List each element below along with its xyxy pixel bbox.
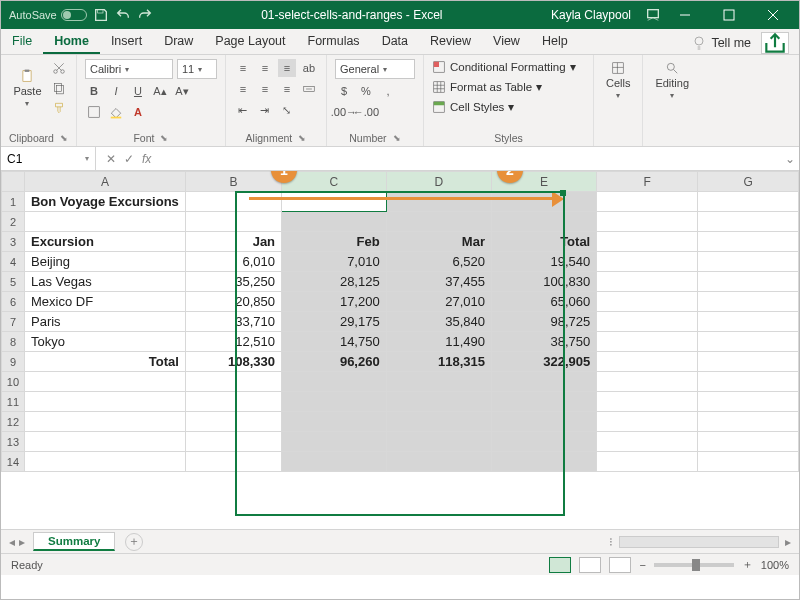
cell[interactable] [698,392,799,412]
page-break-view-button[interactable] [609,557,631,573]
enter-formula-icon[interactable]: ✓ [124,152,134,166]
undo-icon[interactable] [115,7,131,23]
cell[interactable]: 17,200 [282,292,387,312]
dialog-launcher-icon[interactable]: ⬊ [393,133,401,143]
cell[interactable] [386,412,491,432]
cell[interactable] [282,452,387,472]
tab-view[interactable]: View [482,28,531,54]
cell[interactable]: 12,510 [185,332,281,352]
comma-button[interactable]: , [379,82,397,100]
borders-button[interactable] [85,103,103,121]
tab-help[interactable]: Help [531,28,579,54]
cell[interactable] [491,412,596,432]
align-left-button[interactable]: ≡ [234,80,252,98]
cell[interactable] [24,412,185,432]
increase-decimal-button[interactable]: .00→ [335,103,353,121]
redo-icon[interactable] [137,7,153,23]
cell[interactable] [386,392,491,412]
merge-button[interactable] [300,80,318,98]
cell[interactable]: 14,750 [282,332,387,352]
dialog-launcher-icon[interactable]: ⬊ [60,133,68,143]
fill-color-button[interactable] [107,103,125,121]
cell[interactable] [491,192,596,212]
cell[interactable]: 20,850 [185,292,281,312]
row-header[interactable]: 6 [2,292,25,312]
cell[interactable] [597,412,698,432]
increase-indent-button[interactable]: ⇥ [256,101,274,119]
row-header[interactable]: 10 [2,372,25,392]
maximize-button[interactable] [709,1,749,29]
cell[interactable] [698,232,799,252]
cell[interactable] [597,232,698,252]
expand-formula-bar-icon[interactable]: ⌄ [785,152,799,166]
zoom-slider[interactable] [654,563,734,567]
cell[interactable]: 65,060 [491,292,596,312]
cell[interactable]: 35,840 [386,312,491,332]
font-size-combo[interactable]: 11▾ [177,59,217,79]
row-header[interactable]: 13 [2,432,25,452]
percent-button[interactable]: % [357,82,375,100]
cell[interactable]: 37,455 [386,272,491,292]
cell[interactable]: 38,750 [491,332,596,352]
share-button[interactable] [761,32,789,54]
scroll-right-icon[interactable]: ▸ [785,535,791,549]
cell[interactable] [597,252,698,272]
col-header[interactable]: F [597,172,698,192]
conditional-formatting-button[interactable]: Conditional Formatting▾ [432,59,576,75]
cell[interactable]: 98,725 [491,312,596,332]
tab-review[interactable]: Review [419,28,482,54]
ribbon-options-icon[interactable] [645,7,661,23]
cell[interactable] [491,372,596,392]
cell[interactable] [185,452,281,472]
cell[interactable]: Excursion [24,232,185,252]
cell[interactable] [491,212,596,232]
col-header[interactable]: C [282,172,387,192]
worksheet[interactable]: A B C D E F G 1Bon Voyage Excursions23Ex… [1,171,799,472]
cell[interactable] [698,252,799,272]
fx-icon[interactable]: fx [142,152,151,166]
cells-button[interactable]: Cells▾ [602,59,634,102]
cell[interactable] [597,312,698,332]
decrease-indent-button[interactable]: ⇤ [234,101,252,119]
row-header[interactable]: 11 [2,392,25,412]
cell[interactable] [185,372,281,392]
dialog-launcher-icon[interactable]: ⬊ [298,133,306,143]
copy-button[interactable] [50,79,68,97]
col-header[interactable]: A [24,172,185,192]
cancel-formula-icon[interactable]: ✕ [106,152,116,166]
cell[interactable]: Bon Voyage Excursions [24,192,185,212]
cell[interactable] [386,372,491,392]
number-format-combo[interactable]: General▾ [335,59,415,79]
row-header[interactable]: 14 [2,452,25,472]
cell[interactable]: 33,710 [185,312,281,332]
row-header[interactable]: 12 [2,412,25,432]
cell[interactable]: 108,330 [185,352,281,372]
cell[interactable] [282,412,387,432]
font-name-combo[interactable]: Calibri▾ [85,59,173,79]
cell[interactable] [386,192,491,212]
next-sheet-icon[interactable]: ▸ [19,535,25,549]
col-header[interactable]: B [185,172,281,192]
italic-button[interactable]: I [107,82,125,100]
editing-button[interactable]: Editing▾ [651,59,693,102]
user-name[interactable]: Kayla Claypool [551,8,631,22]
cell[interactable] [597,372,698,392]
cell[interactable]: Las Vegas [24,272,185,292]
close-button[interactable] [753,1,793,29]
cell[interactable] [185,412,281,432]
cell[interactable] [698,372,799,392]
cell[interactable] [24,392,185,412]
cell[interactable]: 11,490 [386,332,491,352]
cell[interactable] [282,372,387,392]
cell[interactable] [491,432,596,452]
cell[interactable]: 27,010 [386,292,491,312]
save-icon[interactable] [93,7,109,23]
align-right-button[interactable]: ≡ [278,80,296,98]
cell[interactable] [698,292,799,312]
cell[interactable]: Tokyo [24,332,185,352]
zoom-out-button[interactable]: − [639,559,645,571]
cell[interactable] [597,212,698,232]
cell[interactable]: 19,540 [491,252,596,272]
cell[interactable] [185,432,281,452]
col-header[interactable]: G [698,172,799,192]
